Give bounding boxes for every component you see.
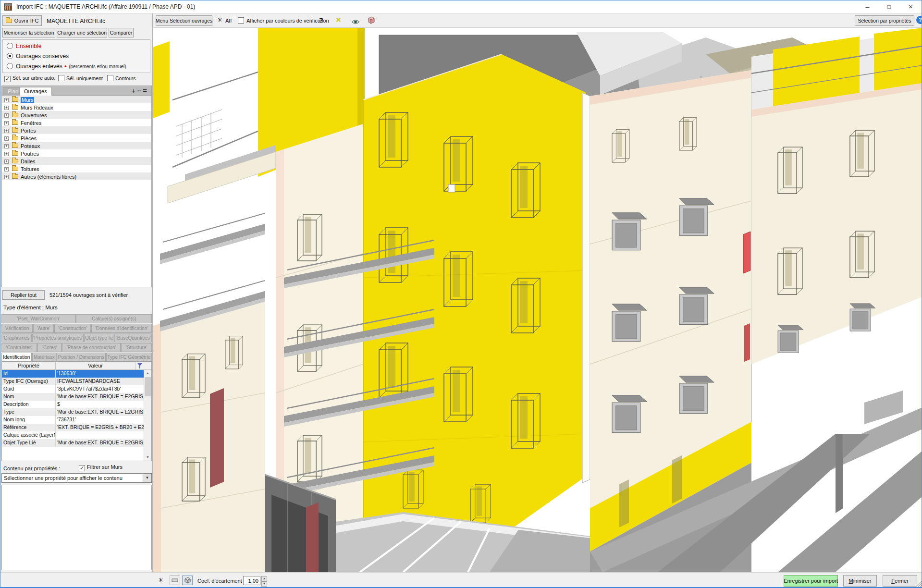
checkbox-contours[interactable]: Contours bbox=[107, 75, 136, 81]
load-selection-button[interactable]: Charger une sélection bbox=[57, 28, 107, 37]
checkbox-checked-icon: ✓ bbox=[79, 465, 85, 471]
tab-structure[interactable]: 'Structure' bbox=[121, 343, 152, 352]
column-valeur: Valeur bbox=[56, 362, 135, 369]
tab-autre[interactable]: 'Autre' bbox=[33, 324, 54, 333]
property-row-nom-long[interactable]: Nom long'736731' bbox=[2, 416, 151, 424]
expand-icon[interactable]: + bbox=[4, 121, 9, 125]
scroll-down-icon[interactable]: ▼ bbox=[144, 454, 151, 461]
window-minimize-button[interactable]: – bbox=[857, 0, 878, 13]
expand-icon[interactable]: + bbox=[4, 129, 9, 133]
resize-grip[interactable] bbox=[915, 581, 922, 588]
property-row-nom[interactable]: Nom'Mur de base:EXT. BRIQUE = E2GRIS + E bbox=[2, 393, 151, 401]
checkbox-filtrer-sur-murs[interactable]: ✓Filtrer sur Murs bbox=[79, 464, 123, 471]
tab-proprietes-analytiques[interactable]: 'Propriétés analytiques' bbox=[32, 333, 83, 343]
property-content-dropdown[interactable]: Sélectionner une propriété pour afficher… bbox=[1, 473, 152, 483]
tree-item-toitures[interactable]: +Toitures bbox=[2, 165, 151, 172]
filter-icon[interactable] bbox=[135, 362, 144, 369]
tab-basequantities[interactable]: 'BaseQuantities' bbox=[115, 333, 152, 343]
radio-ouvrages-enleves[interactable]: Ouvrages enlevés●(percements et/ou manue… bbox=[7, 63, 126, 70]
material-cube-icon[interactable] bbox=[367, 16, 375, 26]
compare-button[interactable]: Comparer bbox=[109, 28, 134, 37]
expand-icon[interactable]: + bbox=[4, 175, 9, 179]
collapse-all-button[interactable]: Replier tout bbox=[2, 290, 45, 300]
chevron-down-icon[interactable]: ▼ bbox=[143, 474, 151, 482]
checkbox-sel-uniquement[interactable]: Sél. uniquement bbox=[58, 75, 103, 81]
expand-icon[interactable]: + bbox=[4, 98, 9, 102]
expand-icon[interactable]: + bbox=[4, 144, 9, 148]
building-model bbox=[153, 28, 922, 572]
property-row-guid[interactable]: Guid'3pLvKC9VT7af7$Zdar4T3b' bbox=[2, 385, 151, 393]
tab-materiaux[interactable]: Matériaux bbox=[32, 353, 57, 362]
memorize-selection-button[interactable]: Memoriser la sélection bbox=[2, 28, 55, 37]
tree-zoom-buttons[interactable]: +−= bbox=[132, 86, 148, 95]
coef-ecartement-input[interactable] bbox=[243, 576, 260, 585]
tree-item-pieces[interactable]: +Pièces bbox=[2, 134, 151, 142]
tree-item-murs-rideaux[interactable]: +Murs Rideaux bbox=[2, 103, 151, 111]
expand-icon[interactable]: + bbox=[4, 106, 9, 110]
properties-scrollbar[interactable]: ▲ ▼ bbox=[144, 370, 151, 461]
checkbox-sel-arbre-auto[interactable]: ✓Sél. sur arbre auto. bbox=[4, 75, 55, 82]
folder-icon bbox=[12, 105, 18, 110]
tab-donnees-identification[interactable]: 'Données d'Identification' bbox=[91, 324, 152, 333]
eye-icon[interactable] bbox=[351, 18, 360, 26]
expand-icon[interactable]: + bbox=[4, 136, 9, 141]
property-row-objet-type-lie[interactable]: Objet Type Lié'Mur de base:EXT. BRIQUE =… bbox=[2, 439, 151, 447]
tab-contraintes[interactable]: 'Contraintes' bbox=[1, 343, 37, 352]
tab-calques-assignes[interactable]: Calque(s) assigné(s) bbox=[76, 314, 152, 323]
scrollbar-thumb[interactable] bbox=[145, 377, 151, 396]
property-row-id[interactable]: Id'130530' bbox=[2, 370, 151, 378]
property-row-calque-associe[interactable]: Calque associé (LayerNa bbox=[2, 431, 151, 439]
expand-icon[interactable]: + bbox=[4, 152, 9, 156]
element-type-label: Type d'élément : Murs bbox=[3, 305, 58, 310]
enregistrer-pour-import-button[interactable]: Enregistrer pour import bbox=[784, 575, 838, 587]
tab-position-dimensions[interactable]: Position / Dimensions bbox=[57, 353, 105, 362]
property-row-type[interactable]: Type'Mur de base:EXT. BRIQUE = E2GRIS + … bbox=[2, 408, 151, 416]
property-row-description[interactable]: Description$ bbox=[2, 401, 151, 408]
tree-item-ouvertures[interactable]: +Ouvertures bbox=[2, 111, 151, 119]
tab-type-ifc-geometrie[interactable]: Type IFC Géométrie bbox=[106, 353, 152, 362]
expand-icon[interactable]: + bbox=[4, 167, 9, 172]
folder-icon bbox=[12, 159, 18, 163]
open-ifc-button[interactable]: Ouvrir IFC bbox=[2, 15, 42, 26]
expand-icon[interactable]: + bbox=[4, 159, 9, 164]
tab-cotes[interactable]: 'Cotes' bbox=[37, 343, 61, 352]
property-row-type-ifc[interactable]: Type IFC (Ouvrage)IFCWALLSTANDARDCASE bbox=[2, 378, 151, 385]
menu-selection-ouvrages-button[interactable]: Menu Sélection ouvrages bbox=[156, 15, 212, 26]
tree-item-poteaux[interactable]: +Poteaux bbox=[2, 142, 151, 149]
tab-identification[interactable]: Identification bbox=[1, 353, 32, 362]
window-maximize-button[interactable]: □ bbox=[878, 0, 900, 13]
flat-view-button[interactable] bbox=[170, 576, 180, 585]
tab-pset-wallcommon[interactable]: 'Pset_WallCommon' bbox=[1, 314, 75, 323]
3d-view-button[interactable] bbox=[182, 576, 193, 585]
selection-par-proprietes-button[interactable]: Sélection par propriétés bbox=[855, 15, 914, 26]
help-question-icon[interactable]: ? bbox=[319, 16, 323, 24]
fermer-button[interactable]: Fermer bbox=[883, 575, 917, 587]
3d-viewport[interactable] bbox=[153, 28, 922, 572]
tree-item-murs[interactable]: +Murs bbox=[2, 96, 151, 103]
tab-ouvrages[interactable]: Ouvrages bbox=[19, 87, 52, 96]
tree-item-poutres[interactable]: +Poutres bbox=[2, 149, 151, 157]
plus-icon: + bbox=[132, 86, 137, 95]
coef-spinner[interactable]: ▲ ▼ bbox=[261, 576, 267, 585]
yellow-x-icon[interactable]: ✕ bbox=[336, 16, 341, 24]
tab-phase-construction[interactable]: 'Phase de construction' bbox=[62, 343, 121, 352]
checkbox-afficher-couleurs[interactable]: Afficher par couleurs de vérification bbox=[238, 17, 329, 24]
tab-objet-type-lie[interactable]: Objet type lié bbox=[84, 333, 115, 343]
property-row-reference[interactable]: Référence'EXT. BRIQUE = E2GRIS + BR20 + … bbox=[2, 424, 151, 431]
tree-item-autres[interactable]: +Autres (éléments libres) bbox=[2, 172, 151, 180]
tree-item-fenetres[interactable]: +Fenêtres bbox=[2, 119, 151, 126]
snowflake-icon[interactable]: ✳ bbox=[158, 576, 163, 584]
scroll-up-icon[interactable]: ▲ bbox=[144, 370, 151, 377]
tab-graphismes[interactable]: 'Graphismes' bbox=[1, 333, 32, 343]
window-close-button[interactable]: × bbox=[900, 0, 922, 13]
help-circle-icon[interactable]: ? bbox=[916, 16, 922, 24]
minimiser-button[interactable]: Minimiser bbox=[843, 575, 877, 587]
tree-item-dalles[interactable]: +Dalles bbox=[2, 157, 151, 165]
radio-ensemble[interactable]: Ensemble bbox=[7, 43, 41, 49]
tab-construction[interactable]: 'Construction' bbox=[54, 324, 91, 333]
tab-verification[interactable]: Vérification bbox=[1, 324, 33, 333]
radio-ouvrages-conserves[interactable]: Ouvrages conservés bbox=[7, 53, 69, 60]
expand-icon[interactable]: + bbox=[4, 113, 9, 118]
tree-item-portes[interactable]: +Portes bbox=[2, 126, 151, 134]
snowflake-icon[interactable]: ✳ bbox=[217, 16, 222, 24]
